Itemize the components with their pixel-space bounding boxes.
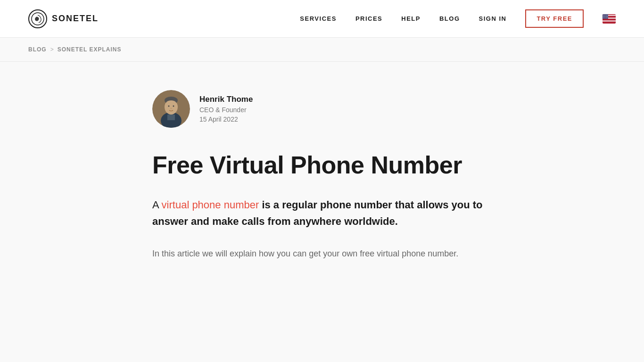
svg-rect-23 [167, 115, 175, 120]
svg-point-12 [607, 15, 608, 16]
svg-point-11 [606, 15, 607, 16]
logo-icon [28, 9, 47, 28]
svg-point-16 [607, 16, 608, 17]
breadcrumb-current: SONETEL EXPLAINS [58, 46, 122, 53]
svg-rect-6 [603, 20, 616, 21]
nav-sign-in[interactable]: SIGN IN [479, 15, 507, 22]
svg-rect-7 [603, 22, 616, 23]
svg-point-28 [173, 106, 174, 107]
author-info: Henrik Thome CEO & Founder 15 April 2022 [199, 95, 253, 123]
article-intro: A virtual phone number is a regular phon… [152, 197, 492, 230]
author-date: 15 April 2022 [199, 115, 253, 123]
author-name: Henrik Thome [199, 95, 253, 104]
svg-rect-5 [603, 19, 616, 20]
try-free-button[interactable]: TRY FREE [525, 9, 584, 28]
nav-blog[interactable]: BLOG [439, 15, 460, 22]
main-nav: SERVICES PRICES HELP BLOG SIGN IN TRY FR… [300, 9, 616, 28]
nav-services[interactable]: SERVICES [300, 15, 337, 22]
article-body: In this article we will explain how you … [152, 247, 492, 261]
svg-point-29 [170, 108, 172, 109]
author-section: Henrik Thome CEO & Founder 15 April 2022 [152, 90, 492, 128]
svg-point-13 [603, 16, 604, 17]
avatar [152, 90, 190, 128]
nav-help[interactable]: HELP [401, 15, 421, 22]
breadcrumb-blog[interactable]: BLOG [28, 46, 47, 53]
svg-point-20 [607, 17, 608, 18]
svg-point-15 [606, 16, 607, 17]
language-flag[interactable] [603, 14, 616, 24]
svg-point-10 [604, 15, 605, 16]
intro-link[interactable]: virtual phone number [162, 199, 259, 211]
breadcrumb-separator: > [50, 46, 54, 53]
svg-point-14 [604, 16, 605, 17]
svg-point-27 [168, 106, 170, 107]
breadcrumb: BLOG > SONETEL EXPLAINS [0, 38, 644, 62]
intro-prefix: A [152, 199, 162, 211]
logo-text: SONETEL [52, 14, 99, 24]
article-title: Free Virtual Phone Number [152, 151, 492, 180]
nav-prices[interactable]: PRICES [355, 15, 382, 22]
svg-point-18 [604, 17, 605, 18]
svg-point-17 [603, 17, 604, 18]
svg-point-9 [603, 15, 604, 16]
article-content: Henrik Thome CEO & Founder 15 April 2022… [143, 62, 501, 299]
svg-point-19 [606, 17, 607, 18]
logo[interactable]: SONETEL [28, 9, 99, 28]
author-title: CEO & Founder [199, 106, 253, 114]
svg-point-26 [166, 100, 176, 106]
